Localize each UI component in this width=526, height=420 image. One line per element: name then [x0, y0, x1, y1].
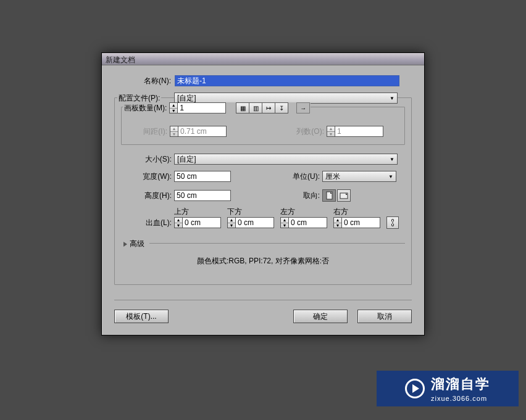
bleed-top-label: 上方 — [174, 207, 227, 217]
height-input[interactable] — [174, 190, 231, 201]
artboard-fieldset: 画板数量(M): ▲▼ ▦ ▥ ↦ ↧ → 间距(I): — [121, 107, 405, 145]
watermark-subtitle: zixue.3066.com — [431, 395, 490, 402]
chevron-down-icon: ▼ — [388, 174, 393, 179]
orientation-portrait-button[interactable] — [322, 189, 336, 202]
orientation-landscape-button[interactable] — [337, 189, 351, 202]
bleed-top-field[interactable]: ▲▼ — [174, 217, 221, 228]
bleed-left-field[interactable]: ▲▼ — [280, 217, 327, 228]
chevron-down-icon: ▼ — [390, 96, 394, 101]
watermark: 溜溜自学 zixue.3066.com — [377, 371, 519, 406]
spacing-field: ▲▼ — [170, 126, 227, 137]
arrange-arrow-icon[interactable]: → — [296, 102, 310, 113]
advanced-label: 高级 — [130, 239, 144, 249]
grid-by-row-icon[interactable]: ▦ — [236, 102, 249, 113]
width-input[interactable] — [174, 171, 231, 182]
divider — [149, 243, 405, 244]
chevron-down-icon: ▼ — [390, 157, 394, 162]
width-label: 宽度(W): — [115, 171, 172, 182]
divider — [114, 300, 412, 300]
template-button[interactable]: 模板(T)... — [114, 310, 169, 323]
new-document-dialog: 新建文档 名称(N): 配置文件(P): [自定] ▼ 画板数量(M): — [101, 52, 425, 336]
watermark-title: 溜溜自学 — [431, 375, 490, 393]
cancel-button[interactable]: 取消 — [357, 310, 412, 323]
profile-value: [自定] — [177, 93, 196, 104]
units-value: 厘米 — [325, 171, 340, 182]
bleed-bottom-field[interactable]: ▲▼ — [227, 217, 274, 228]
play-icon — [405, 379, 425, 398]
dialog-titlebar[interactable]: 新建文档 — [102, 53, 424, 65]
artboard-count-field[interactable]: ▲▼ — [169, 102, 226, 113]
name-input[interactable] — [175, 75, 399, 86]
units-label: 单位(U): — [231, 171, 320, 182]
size-select[interactable]: [自定] ▼ — [174, 154, 398, 165]
arrange-right-icon[interactable]: ↦ — [262, 102, 275, 113]
settings-summary: 颜色模式:RGB, PPI:72, 对齐像素网格:否 — [115, 256, 411, 266]
size-value: [自定] — [177, 154, 196, 165]
units-select[interactable]: 厘米 ▼ — [322, 171, 396, 182]
columns-label: 列数(O): — [227, 126, 324, 137]
size-label: 大小(S): — [115, 154, 172, 165]
bleed-right-field[interactable]: ▲▼ — [333, 217, 380, 228]
bleed-bottom-label: 下方 — [227, 207, 280, 217]
bleed-right-label: 右方 — [333, 207, 386, 217]
advanced-toggle[interactable]: 高级 — [123, 239, 144, 249]
arrange-down-icon[interactable]: ↧ — [275, 102, 288, 113]
spacing-label: 间距(I): — [122, 126, 167, 137]
name-label: 名称(N): — [102, 76, 171, 86]
dialog-title: 新建文档 — [106, 56, 135, 64]
profile-fieldset: 配置文件(P): [自定] ▼ 画板数量(M): ▲▼ ▦ ▥ — [114, 97, 412, 285]
bleed-label: 出血(L): — [115, 218, 172, 228]
link-bleed-button[interactable] — [386, 216, 399, 229]
ok-button[interactable]: 确定 — [293, 310, 348, 323]
triangle-right-icon — [123, 242, 127, 247]
bleed-left-label: 左方 — [280, 207, 333, 217]
grid-by-col-icon[interactable]: ▥ — [249, 102, 262, 113]
columns-field: ▲▼ — [327, 126, 383, 137]
height-label: 高度(H): — [115, 191, 172, 201]
orientation-label: 取向: — [231, 191, 320, 201]
artboard-count-label: 画板数量(M): — [124, 103, 167, 113]
